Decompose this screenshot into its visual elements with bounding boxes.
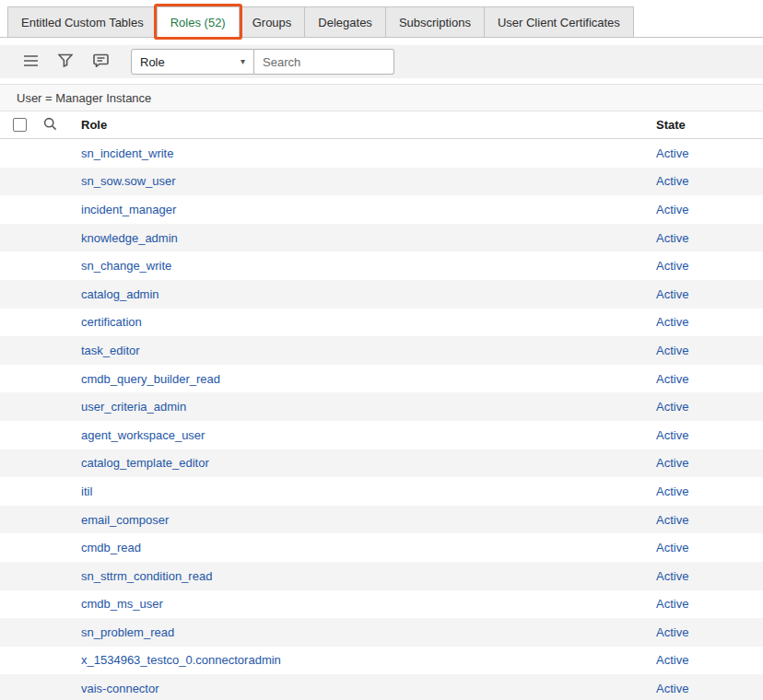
state-link[interactable]: Active [656, 541, 763, 554]
role-link[interactable]: cmdb_read [81, 541, 656, 554]
tab-label: Entitled Custom Tables [21, 16, 144, 29]
search-icon [43, 120, 57, 134]
state-link[interactable]: Active [656, 484, 763, 498]
table-row: incident_manager Active [0, 195, 763, 224]
role-link[interactable]: catalog_template_editor [81, 456, 656, 470]
state-link[interactable]: Active [656, 456, 763, 470]
chat-icon [93, 53, 109, 70]
table-header: Role State [0, 111, 763, 139]
table-row: cmdb_read Active [0, 533, 763, 562]
filter-button[interactable] [53, 50, 77, 74]
role-link[interactable]: itil [81, 484, 656, 498]
tab-label: Groups [252, 16, 292, 29]
state-link[interactable]: Active [656, 682, 763, 695]
state-link[interactable]: Active [656, 625, 763, 639]
tab-user-client-certificates[interactable]: User Client Certificates [484, 6, 634, 37]
menu-icon [23, 54, 39, 70]
state-link[interactable]: Active [656, 569, 763, 583]
breadcrumb-bar: User = Manager Instance [0, 84, 763, 111]
state-link[interactable]: Active [656, 344, 763, 357]
column-header-state[interactable]: State [656, 118, 763, 132]
state-link[interactable]: Active [656, 400, 763, 414]
role-link[interactable]: catalog_admin [81, 287, 656, 301]
table-row: cmdb_query_builder_read Active [0, 365, 763, 393]
filter-icon [58, 53, 73, 70]
state-link[interactable]: Active [656, 146, 763, 160]
table-row: itil Active [0, 477, 763, 506]
role-link[interactable]: cmdb_query_builder_read [81, 372, 656, 386]
table-row: catalog_template_editor Active [0, 449, 763, 478]
list-menu-button[interactable] [18, 50, 42, 74]
list-toolbar: Role ▾ [0, 45, 763, 78]
search-input[interactable] [254, 49, 394, 75]
table-row: agent_workspace_user Active [0, 421, 763, 449]
table-row: vais-connector Active [0, 674, 763, 700]
state-link[interactable]: Active [656, 372, 763, 386]
state-link[interactable]: Active [656, 203, 763, 216]
state-link[interactable]: Active [656, 315, 763, 329]
role-link[interactable]: sn_problem_read [81, 625, 656, 639]
tab-groups[interactable]: Groups [239, 6, 306, 37]
search-field-value: Role [140, 55, 165, 69]
tab-label: Subscriptions [399, 16, 471, 29]
state-link[interactable]: Active [656, 513, 763, 527]
role-link[interactable]: agent_workspace_user [81, 428, 656, 442]
role-link[interactable]: sn_change_write [81, 259, 656, 273]
state-link[interactable]: Active [656, 428, 763, 442]
table-row: sn_problem_read Active [0, 618, 763, 647]
list-search-group: Role ▾ [131, 49, 394, 75]
select-all-checkbox[interactable] [13, 118, 27, 132]
related-list-page: Entitled Custom Tables Roles (52) Groups… [0, 0, 763, 700]
state-link[interactable]: Active [656, 259, 763, 273]
tab-label: User Client Certificates [498, 16, 620, 29]
role-link[interactable]: sn_sttrm_condition_read [81, 569, 656, 583]
chevron-down-icon: ▾ [241, 57, 245, 66]
column-header-role[interactable]: Role [81, 118, 656, 132]
role-link[interactable]: sn_incident_write [81, 146, 656, 160]
table-row: sn_sow.sow_user Active [0, 168, 763, 196]
role-link[interactable]: vais-connector [81, 682, 656, 695]
chat-button[interactable] [88, 50, 112, 74]
role-link[interactable]: sn_sow.sow_user [81, 174, 656, 188]
state-link[interactable]: Active [656, 653, 763, 667]
state-link[interactable]: Active [656, 231, 763, 245]
role-link[interactable]: email_composer [81, 513, 656, 527]
column-search-toggle[interactable] [43, 117, 57, 134]
role-link[interactable]: incident_manager [81, 203, 656, 216]
table-row: x_1534963_testco_0.connectoradmin Active [0, 647, 763, 675]
role-link[interactable]: certification [81, 315, 656, 329]
table-row: sn_incident_write Active [0, 139, 763, 168]
table-row: task_editor Active [0, 336, 763, 365]
state-link[interactable]: Active [656, 597, 763, 611]
tab-label: Delegates [318, 16, 372, 29]
role-link[interactable]: user_criteria_admin [81, 400, 656, 414]
role-link[interactable]: knowledge_admin [81, 231, 656, 245]
tab-label: Roles (52) [170, 16, 226, 29]
header-gutter [0, 117, 81, 134]
tab-delegates[interactable]: Delegates [304, 6, 386, 37]
table-body: sn_incident_write Active sn_sow.sow_user… [0, 139, 763, 700]
tab-roles-52[interactable]: Roles (52) [157, 6, 240, 37]
breadcrumb[interactable]: User = Manager Instance [17, 91, 151, 105]
tab-subscriptions[interactable]: Subscriptions [385, 6, 485, 37]
table-row: cmdb_ms_user Active [0, 590, 763, 619]
table-row: user_criteria_admin Active [0, 392, 763, 421]
table-row: sn_change_write Active [0, 251, 763, 280]
tab-bar: Entitled Custom Tables Roles (52) Groups… [0, 0, 763, 38]
table-row: catalog_admin Active [0, 280, 763, 309]
table-row: sn_sttrm_condition_read Active [0, 562, 763, 590]
role-link[interactable]: x_1534963_testco_0.connectoradmin [81, 653, 656, 667]
table-row: email_composer Active [0, 506, 763, 534]
role-link[interactable]: task_editor [81, 344, 656, 357]
table-row: knowledge_admin Active [0, 224, 763, 252]
state-link[interactable]: Active [656, 287, 763, 301]
tab-entitled-custom-tables[interactable]: Entitled Custom Tables [7, 6, 158, 37]
role-link[interactable]: cmdb_ms_user [81, 597, 656, 611]
state-link[interactable]: Active [656, 174, 763, 188]
search-field-dropdown[interactable]: Role ▾ [131, 49, 254, 75]
table-row: certification Active [0, 309, 763, 337]
